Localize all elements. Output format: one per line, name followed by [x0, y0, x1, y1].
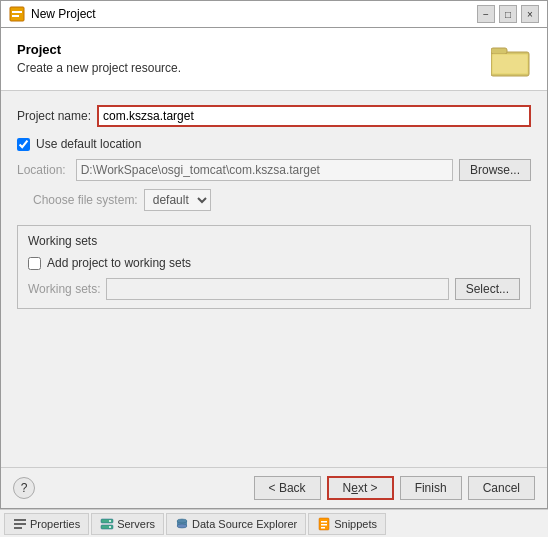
svg-point-12 — [109, 520, 111, 522]
window-controls: − □ × — [477, 5, 539, 23]
project-name-row: Project name: — [17, 105, 531, 127]
filesystem-row: Choose file system: default — [33, 189, 531, 211]
browse-button[interactable]: Browse... — [459, 159, 531, 181]
add-to-working-sets-row: Add project to working sets — [28, 256, 520, 270]
button-bar: ? < Back Next > Finish Cancel — [1, 467, 547, 508]
working-sets-label: Working sets: — [28, 282, 100, 296]
svg-rect-20 — [321, 527, 325, 529]
taskbar-item-servers[interactable]: Servers — [91, 513, 164, 535]
select-button[interactable]: Select... — [455, 278, 520, 300]
filesystem-label: Choose file system: — [33, 193, 138, 207]
dialog-container: Project Create a new project resource. P… — [0, 28, 548, 509]
title-bar: New Project − □ × — [0, 0, 548, 28]
dialog-title: New Project — [31, 7, 96, 21]
svg-rect-11 — [101, 525, 113, 529]
folder-icon — [491, 44, 531, 78]
use-default-location-label: Use default location — [36, 137, 141, 151]
working-sets-input[interactable] — [106, 278, 448, 300]
servers-label: Servers — [117, 518, 155, 530]
svg-rect-19 — [321, 524, 327, 526]
maximize-button[interactable]: □ — [499, 5, 517, 23]
add-to-working-sets-checkbox[interactable] — [28, 257, 41, 270]
taskbar: Properties Servers Data Source Explorer — [0, 509, 548, 537]
dialog-header: Project Create a new project resource. — [1, 28, 547, 91]
svg-rect-4 — [491, 48, 507, 54]
use-default-location-checkbox[interactable] — [17, 138, 30, 151]
next-button[interactable]: Next > — [327, 476, 394, 500]
svg-rect-8 — [14, 523, 26, 525]
working-sets-row: Working sets: Select... — [28, 278, 520, 300]
dialog-icon — [9, 6, 25, 22]
project-name-label: Project name: — [17, 109, 91, 123]
svg-rect-10 — [101, 519, 113, 523]
location-input[interactable] — [76, 159, 453, 181]
finish-button[interactable]: Finish — [400, 476, 462, 500]
filesystem-select[interactable]: default — [144, 189, 211, 211]
snippets-label: Snippets — [334, 518, 377, 530]
svg-rect-2 — [12, 15, 19, 17]
svg-rect-1 — [12, 11, 22, 13]
use-default-location-row: Use default location — [17, 137, 531, 151]
minimize-button[interactable]: − — [477, 5, 495, 23]
list-icon — [13, 517, 27, 531]
working-sets-group: Working sets Add project to working sets… — [17, 225, 531, 309]
svg-rect-7 — [14, 519, 26, 521]
svg-rect-0 — [10, 7, 24, 21]
svg-rect-9 — [14, 527, 22, 529]
cancel-button[interactable]: Cancel — [468, 476, 535, 500]
svg-rect-6 — [493, 55, 527, 73]
snippet-icon — [317, 517, 331, 531]
svg-point-16 — [177, 524, 187, 528]
server-icon — [100, 517, 114, 531]
project-name-input[interactable] — [97, 105, 531, 127]
location-label: Location: — [17, 163, 66, 177]
working-sets-title: Working sets — [28, 234, 520, 248]
datasource-label: Data Source Explorer — [192, 518, 297, 530]
close-button[interactable]: × — [521, 5, 539, 23]
svg-point-13 — [109, 526, 111, 528]
help-button[interactable]: ? — [13, 477, 35, 499]
back-button[interactable]: < Back — [254, 476, 321, 500]
dialog-body: Project name: Use default location Locat… — [1, 91, 547, 467]
database-icon — [175, 517, 189, 531]
dialog-heading: Project — [17, 42, 181, 57]
taskbar-item-snippets[interactable]: Snippets — [308, 513, 386, 535]
taskbar-item-properties[interactable]: Properties — [4, 513, 89, 535]
properties-label: Properties — [30, 518, 80, 530]
taskbar-item-datasource[interactable]: Data Source Explorer — [166, 513, 306, 535]
dialog-subtitle: Create a new project resource. — [17, 61, 181, 75]
location-row: Location: Browse... — [17, 159, 531, 181]
add-to-working-sets-label: Add project to working sets — [47, 256, 191, 270]
svg-rect-18 — [321, 521, 327, 523]
